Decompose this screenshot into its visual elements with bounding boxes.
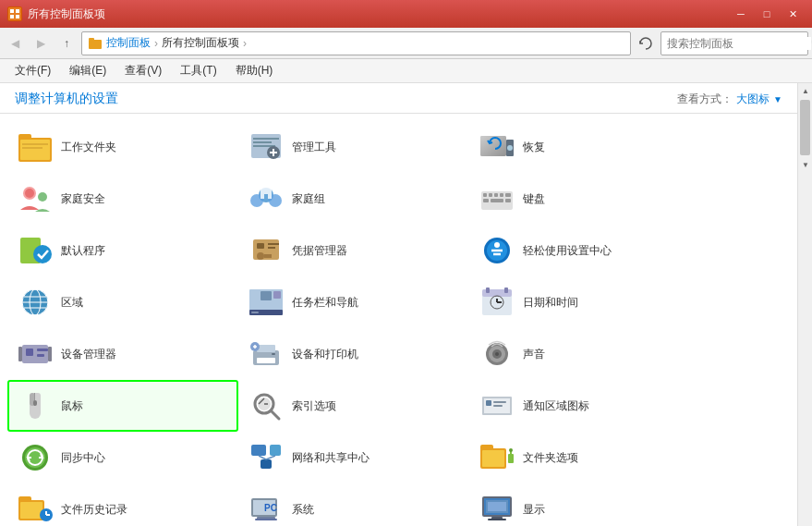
list-item[interactable]: 设备和打印机 bbox=[238, 328, 469, 380]
svg-rect-31 bbox=[494, 193, 498, 197]
view-mode-button[interactable]: 大图标 bbox=[736, 92, 770, 107]
refresh-button[interactable] bbox=[635, 32, 657, 55]
list-item[interactable]: 任务栏和导航 bbox=[238, 276, 469, 328]
content-header: 调整计算机的设置 查看方式： 大图标 ▼ bbox=[0, 83, 797, 114]
list-item[interactable]: 日期和时间 bbox=[469, 276, 700, 328]
folder-icon bbox=[88, 36, 103, 51]
menu-view[interactable]: 查看(V) bbox=[117, 61, 169, 80]
view-label: 查看方式： bbox=[677, 92, 733, 107]
svg-line-92 bbox=[271, 410, 279, 419]
breadcrumb-current: 所有控制面板项 bbox=[162, 35, 239, 51]
svg-rect-13 bbox=[253, 141, 272, 143]
svg-rect-108 bbox=[480, 445, 493, 451]
svg-rect-2 bbox=[10, 15, 14, 18]
svg-rect-12 bbox=[253, 138, 279, 140]
list-item[interactable]: 文件历史记录 bbox=[7, 483, 238, 526]
list-item-mouse[interactable]: 鼠标 bbox=[7, 380, 238, 432]
scroll-up-button[interactable]: ▲ bbox=[798, 83, 812, 98]
list-item[interactable]: 同步中心 bbox=[7, 432, 238, 483]
list-item[interactable]: 凭据管理器 bbox=[238, 225, 469, 276]
list-item[interactable]: 默认程序 bbox=[7, 225, 238, 276]
menu-file[interactable]: 文件(F) bbox=[7, 61, 58, 80]
svg-rect-71 bbox=[26, 349, 33, 356]
admin-tools-icon bbox=[248, 128, 285, 165]
folder-options-label: 文件夹选项 bbox=[523, 450, 578, 466]
svg-point-21 bbox=[507, 145, 513, 151]
list-item[interactable]: 管理工具 bbox=[238, 121, 469, 173]
indexing-icon bbox=[248, 387, 285, 424]
breadcrumb[interactable]: 控制面板 › 所有控制面板项 › bbox=[81, 31, 631, 55]
menu-tools[interactable]: 工具(T) bbox=[173, 61, 224, 80]
list-item[interactable]: 家庭安全 bbox=[7, 173, 238, 225]
menu-edit[interactable]: 编辑(E) bbox=[62, 61, 114, 80]
svg-rect-69 bbox=[18, 347, 22, 361]
notification-label: 通知区域图标 bbox=[523, 398, 589, 414]
default-programs-icon bbox=[17, 232, 54, 269]
grid-row-7: 同步中心 网络和共享中心 bbox=[7, 432, 790, 483]
main-area: 调整计算机的设置 查看方式： 大图标 ▼ bbox=[0, 83, 812, 526]
keyboard-icon bbox=[479, 180, 515, 217]
search-bar[interactable]: 🔍 bbox=[661, 31, 808, 55]
scrollbar[interactable]: ▲ ▼ bbox=[797, 83, 812, 526]
view-options: 查看方式： 大图标 ▼ bbox=[677, 92, 782, 107]
search-input[interactable] bbox=[661, 37, 811, 50]
grid-row-8: 文件历史记录 PC 系统 bbox=[7, 483, 790, 526]
scroll-down-button[interactable]: ▼ bbox=[798, 157, 812, 172]
list-item[interactable]: 通知区域图标 bbox=[469, 380, 700, 432]
view-dropdown-button[interactable]: ▼ bbox=[773, 94, 782, 104]
svg-rect-10 bbox=[22, 147, 42, 149]
mouse-label: 鼠标 bbox=[61, 398, 83, 414]
list-item[interactable]: 文件夹选项 bbox=[469, 432, 700, 483]
svg-rect-110 bbox=[508, 454, 514, 463]
default-programs-label: 默认程序 bbox=[61, 243, 105, 259]
keyboard-label: 键盘 bbox=[523, 191, 545, 207]
list-item[interactable]: 家庭组 bbox=[238, 173, 469, 225]
grid-row-5: 设备管理器 设备和打印机 bbox=[7, 328, 790, 380]
taskbar-label: 任务栏和导航 bbox=[292, 295, 358, 311]
devices-printers-icon bbox=[248, 336, 285, 373]
list-item[interactable]: 设备管理器 bbox=[7, 328, 238, 380]
breadcrumb-separator-1: › bbox=[154, 37, 158, 50]
list-item[interactable]: 工作文件夹 bbox=[7, 121, 238, 173]
grid-row-4: 区域 任务栏和导航 bbox=[7, 276, 790, 328]
svg-point-112 bbox=[509, 448, 513, 452]
svg-rect-97 bbox=[486, 400, 491, 406]
list-item[interactable]: 网络和共享中心 bbox=[238, 432, 469, 483]
breadcrumb-root[interactable]: 控制面板 bbox=[106, 35, 151, 51]
svg-rect-102 bbox=[251, 445, 266, 456]
ease-of-access-label: 轻松使用设置中心 bbox=[523, 243, 612, 259]
region-icon bbox=[17, 284, 54, 321]
list-item[interactable]: 索引选项 bbox=[238, 380, 469, 432]
scroll-thumb[interactable] bbox=[800, 100, 810, 155]
window-controls: ─ □ ✕ bbox=[729, 5, 805, 23]
svg-rect-35 bbox=[491, 199, 503, 202]
menu-help[interactable]: 帮助(H) bbox=[228, 61, 281, 80]
list-item[interactable]: 声音 bbox=[469, 328, 700, 380]
svg-rect-1 bbox=[16, 9, 19, 13]
svg-text:PC: PC bbox=[264, 503, 277, 513]
minimize-button[interactable]: ─ bbox=[729, 5, 753, 23]
list-item[interactable]: 显示 bbox=[469, 483, 700, 526]
forward-button[interactable]: ▶ bbox=[30, 32, 52, 55]
list-item[interactable]: 区域 bbox=[7, 276, 238, 328]
mouse-icon bbox=[17, 387, 54, 424]
back-button[interactable]: ◀ bbox=[4, 32, 26, 55]
list-item[interactable]: 轻松使用设置中心 bbox=[469, 225, 700, 276]
region-label: 区域 bbox=[61, 295, 83, 311]
svg-rect-72 bbox=[37, 349, 48, 351]
maximize-button[interactable]: □ bbox=[755, 5, 779, 23]
list-item[interactable]: 键盘 bbox=[469, 173, 700, 225]
svg-rect-34 bbox=[483, 199, 489, 202]
family-safety-label: 家庭安全 bbox=[61, 191, 105, 207]
datetime-label: 日期和时间 bbox=[523, 295, 578, 311]
svg-rect-114 bbox=[18, 496, 31, 503]
menu-bar: 文件(F) 编辑(E) 查看(V) 工具(T) 帮助(H) bbox=[0, 59, 812, 83]
svg-rect-36 bbox=[505, 199, 511, 202]
system-label: 系统 bbox=[292, 502, 314, 518]
svg-point-43 bbox=[257, 252, 264, 260]
list-item[interactable]: PC 系统 bbox=[238, 483, 469, 526]
svg-rect-89 bbox=[33, 400, 37, 406]
close-button[interactable]: ✕ bbox=[781, 5, 805, 23]
up-button[interactable]: ↑ bbox=[55, 32, 78, 55]
list-item[interactable]: 恢复 bbox=[469, 121, 700, 173]
